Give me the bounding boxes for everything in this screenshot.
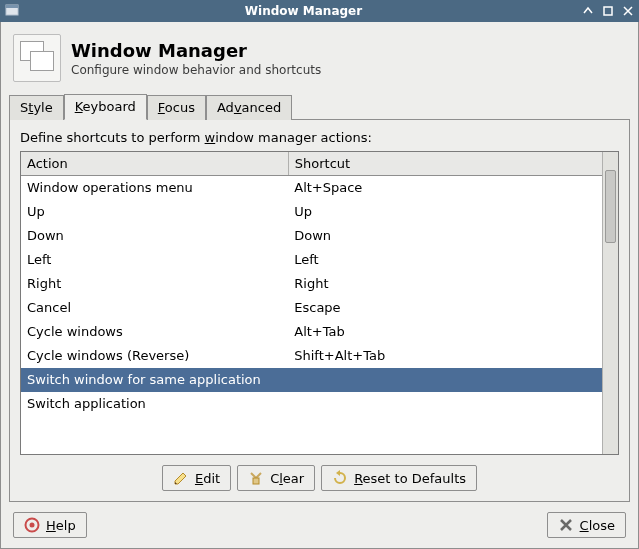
instruction-label: Define shortcuts to perform window manag… — [20, 130, 619, 145]
scrollbar-thumb[interactable] — [605, 170, 616, 243]
table-row[interactable]: Window operations menuAlt+Space — [21, 176, 602, 200]
svg-point-5 — [30, 523, 35, 528]
cell-shortcut — [288, 392, 602, 416]
cell-shortcut: Down — [288, 224, 602, 248]
cell-shortcut: Up — [288, 200, 602, 224]
edit-button[interactable]: Edit — [162, 465, 231, 491]
column-header-action[interactable]: Action — [21, 152, 288, 176]
tab-panel-keyboard: Define shortcuts to perform window manag… — [9, 120, 630, 502]
header-title: Window Manager — [71, 40, 321, 61]
close-icon — [558, 517, 574, 533]
cell-action: Up — [21, 200, 288, 224]
window-manager-icon — [13, 34, 61, 82]
table-row[interactable]: Switch window for same application — [21, 368, 602, 392]
tab-advanced[interactable]: Advanced — [206, 95, 292, 120]
cell-shortcut — [288, 368, 602, 392]
clear-button[interactable]: Clear — [237, 465, 315, 491]
help-icon — [24, 517, 40, 533]
maximize-button[interactable] — [601, 4, 615, 18]
clear-icon — [248, 470, 264, 486]
refresh-icon — [332, 470, 348, 486]
tab-focus[interactable]: Focus — [147, 95, 206, 120]
table-row[interactable]: DownDown — [21, 224, 602, 248]
vertical-scrollbar[interactable] — [602, 152, 618, 454]
svg-rect-2 — [604, 7, 612, 15]
svg-rect-3 — [253, 478, 259, 484]
cell-shortcut: Shift+Alt+Tab — [288, 344, 602, 368]
help-button[interactable]: Help — [13, 512, 87, 538]
cell-action: Window operations menu — [21, 176, 288, 200]
reset-to-defaults-button[interactable]: Reset to Defaults — [321, 465, 477, 491]
cell-shortcut: Right — [288, 272, 602, 296]
cell-shortcut: Alt+Space — [288, 176, 602, 200]
cell-action: Left — [21, 248, 288, 272]
table-row[interactable]: LeftLeft — [21, 248, 602, 272]
window-body: Window Manager Configure window behavior… — [0, 22, 639, 549]
table-row[interactable]: CancelEscape — [21, 296, 602, 320]
cell-action: Cycle windows (Reverse) — [21, 344, 288, 368]
table-row[interactable]: RightRight — [21, 272, 602, 296]
cell-action: Cancel — [21, 296, 288, 320]
table-buttons: Edit Clear Reset to Defaults — [20, 465, 619, 491]
header: Window Manager Configure window behavior… — [9, 30, 630, 90]
shortcuts-table-wrap: Action Shortcut Window operations menuAl… — [20, 151, 619, 455]
shortcuts-table: Action Shortcut Window operations menuAl… — [21, 152, 602, 416]
dialog-footer: Help Close — [9, 502, 630, 540]
table-row[interactable]: Cycle windows (Reverse)Shift+Alt+Tab — [21, 344, 602, 368]
svg-rect-1 — [6, 5, 18, 8]
table-row[interactable]: Cycle windowsAlt+Tab — [21, 320, 602, 344]
cell-shortcut: Alt+Tab — [288, 320, 602, 344]
header-subtitle: Configure window behavior and shortcuts — [71, 63, 321, 77]
table-row[interactable]: Switch application — [21, 392, 602, 416]
header-text: Window Manager Configure window behavior… — [71, 40, 321, 77]
cell-action: Right — [21, 272, 288, 296]
tab-style[interactable]: Style — [9, 95, 64, 120]
cell-action: Down — [21, 224, 288, 248]
edit-icon — [173, 470, 189, 486]
rollup-button[interactable] — [581, 4, 595, 18]
cell-action: Switch application — [21, 392, 288, 416]
titlebar: Window Manager — [0, 0, 639, 22]
close-titlebar-button[interactable] — [621, 4, 635, 18]
window-controls — [581, 4, 635, 18]
cell-shortcut: Left — [288, 248, 602, 272]
cell-action: Cycle windows — [21, 320, 288, 344]
window-icon — [4, 3, 20, 19]
cell-action: Switch window for same application — [21, 368, 288, 392]
cell-shortcut: Escape — [288, 296, 602, 320]
window-title: Window Manager — [26, 4, 581, 18]
column-header-shortcut[interactable]: Shortcut — [288, 152, 602, 176]
tab-keyboard[interactable]: Keyboard — [64, 94, 147, 120]
close-button[interactable]: Close — [547, 512, 626, 538]
tabbar: StyleKeyboardFocusAdvanced — [9, 94, 630, 120]
table-row[interactable]: UpUp — [21, 200, 602, 224]
